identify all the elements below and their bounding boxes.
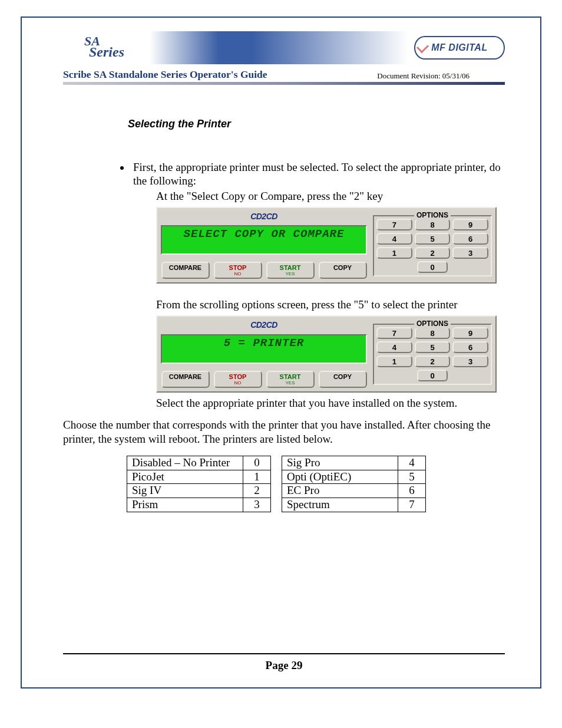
page-number: Page 29 — [63, 659, 505, 672]
stop-button[interactable]: STOPNO — [214, 262, 262, 279]
printer-table-right: Sig Pro4 Opti (OptiEC)5 EC Pro6 Spectrum… — [282, 456, 426, 512]
body-paragraph: Choose the number that corresponds with … — [63, 418, 505, 446]
section-title: Selecting the Printer — [128, 117, 505, 131]
content: Selecting the Printer First, the appropr… — [63, 117, 505, 512]
guide-title: Scribe SA Standalone Series Operator's G… — [63, 68, 267, 81]
printer-table-left: Disabled – No Printer0 PicoJet1 Sig IV2 … — [127, 456, 271, 512]
options-frame: OPTIONS 7 8 9 4 5 6 1 2 3 0 — [373, 215, 492, 276]
key-3[interactable]: 3 — [452, 247, 488, 259]
table-row: EC Pro6 — [282, 484, 426, 498]
key-0[interactable]: 0 — [417, 370, 448, 381]
subheader-row: Scribe SA Standalone Series Operator's G… — [63, 68, 505, 81]
key-6[interactable]: 6 — [452, 341, 488, 353]
device-panel-1: CD2CD SELECT COPY OR COMPARE COMPARE STO… — [156, 207, 497, 284]
key-8[interactable]: 8 — [415, 219, 451, 230]
key-1[interactable]: 1 — [376, 355, 412, 367]
mf-digital-logo: MF DIGITAL — [414, 36, 505, 60]
page-footer: Page 29 — [63, 653, 505, 672]
key-7[interactable]: 7 — [376, 219, 412, 230]
compare-button[interactable]: COMPARE — [161, 371, 210, 388]
table-row: Disabled – No Printer0 — [127, 456, 271, 470]
key-5[interactable]: 5 — [415, 341, 451, 353]
table-row: Spectrum7 — [282, 498, 426, 512]
table-row: Sig Pro4 — [282, 456, 426, 470]
bullet-list: First, the appropriate printer must be s… — [131, 160, 505, 189]
button-row: COMPARE STOPNO STARTYES COPY — [161, 262, 367, 279]
options-frame: OPTIONS 7 8 9 4 5 6 1 2 3 0 — [373, 324, 492, 385]
lcd-display-2: 5 = PRINTER — [161, 334, 367, 364]
stop-button[interactable]: STOPNO — [214, 371, 262, 388]
banner-swoop: SA Series — [63, 31, 408, 64]
keypad: 7 8 9 4 5 6 1 2 3 0 — [376, 327, 488, 381]
mf-digital-text: MF DIGITAL — [431, 42, 487, 53]
page-header: SA Series MF DIGITAL Scribe SA Standalon… — [63, 29, 505, 85]
doc-revision: Document Revision: 05/31/06 — [377, 71, 470, 81]
bullet-text: First, the appropriate printer must be s… — [133, 161, 501, 187]
key-1[interactable]: 1 — [376, 247, 412, 259]
key-6[interactable]: 6 — [452, 233, 488, 245]
table-row: PicoJet1 — [127, 470, 271, 484]
logo-line2: Series — [89, 44, 124, 60]
key-5[interactable]: 5 — [415, 233, 451, 245]
banner: SA Series MF DIGITAL — [63, 29, 505, 66]
copy-button[interactable]: COPY — [319, 371, 367, 388]
start-button[interactable]: STARTYES — [266, 371, 315, 388]
instruction-line-2: From the scrolling options screen, press… — [156, 298, 505, 312]
key-9[interactable]: 9 — [452, 219, 488, 230]
lcd-display-1: SELECT COPY OR COMPARE — [161, 225, 367, 255]
button-row: COMPARE STOPNO STARTYES COPY — [161, 371, 367, 388]
key-9[interactable]: 9 — [452, 327, 488, 339]
options-label: OPTIONS — [414, 211, 451, 220]
instruction-line-3: Select the appropriate printer that you … — [156, 396, 505, 410]
key-7[interactable]: 7 — [376, 327, 412, 339]
instruction-line-1: At the "Select Copy or Compare, press th… — [156, 189, 505, 203]
page-border: SA Series MF DIGITAL Scribe SA Standalon… — [21, 17, 541, 689]
footer-divider — [63, 653, 505, 654]
bullet-item: First, the appropriate printer must be s… — [131, 160, 505, 189]
key-3[interactable]: 3 — [452, 355, 488, 367]
key-4[interactable]: 4 — [376, 233, 412, 245]
device-brand: CD2CD — [161, 320, 367, 331]
key-4[interactable]: 4 — [376, 341, 412, 353]
table-row: Prism3 — [127, 498, 271, 512]
keypad: 7 8 9 4 5 6 1 2 3 0 — [376, 219, 488, 273]
options-label: OPTIONS — [414, 319, 451, 328]
device-panel-2: CD2CD 5 = PRINTER COMPARE STOPNO STARTYE… — [156, 315, 497, 393]
key-0[interactable]: 0 — [417, 261, 448, 273]
device-brand: CD2CD — [161, 212, 367, 222]
sa-series-logo: SA Series — [84, 36, 124, 58]
printer-tables: Disabled – No Printer0 PicoJet1 Sig IV2 … — [127, 456, 505, 512]
key-8[interactable]: 8 — [415, 327, 451, 339]
copy-button[interactable]: COPY — [319, 262, 367, 279]
key-2[interactable]: 2 — [415, 355, 451, 367]
compare-button[interactable]: COMPARE — [161, 262, 210, 279]
start-button[interactable]: STARTYES — [266, 262, 315, 279]
key-2[interactable]: 2 — [415, 247, 451, 259]
header-divider — [63, 82, 505, 85]
table-row: Opti (OptiEC)5 — [282, 470, 426, 484]
table-row: Sig IV2 — [127, 484, 271, 498]
